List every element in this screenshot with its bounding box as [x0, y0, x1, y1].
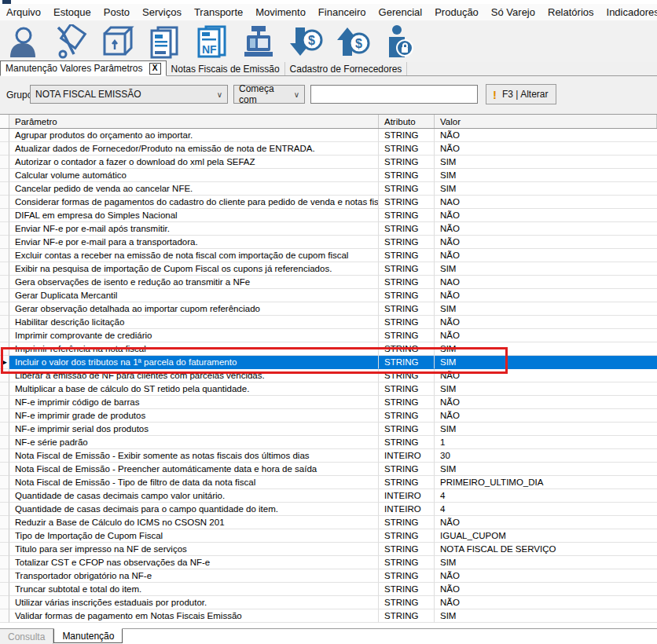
table-row[interactable]: NF-e imprimir código de barrasSTRINGNÃO — [0, 396, 657, 409]
table-row[interactable]: Multiplicar a base de cálculo do ST reti… — [0, 382, 657, 396]
menu-item-relatorios[interactable]: Relatórios — [541, 5, 600, 20]
table-row[interactable]: Considerar formas de pagamentos do cadas… — [0, 196, 657, 209]
menu-item-arquivo[interactable]: Arquivo — [0, 5, 47, 20]
table-row[interactable]: DIFAL em empresa do Simples NacionalSTRI… — [0, 209, 657, 222]
table-row[interactable]: Enviar NF-e por e-mail para a transporta… — [0, 236, 657, 249]
cell-atributo: STRING — [379, 409, 435, 423]
table-row[interactable]: Truncar subtotal e total do item.STRINGN… — [0, 583, 657, 596]
tab-notas-fiscais-de-emissao[interactable]: Notas Fiscais de Emissão — [167, 62, 285, 75]
row-gutter — [0, 609, 9, 623]
row-gutter — [0, 289, 9, 302]
tab-cadastro-de-fornecedores[interactable]: Cadastro de Fornecedores — [285, 62, 408, 75]
cell-atributo: STRING — [379, 436, 435, 449]
menu-item-transporte[interactable]: Transporte — [188, 5, 249, 20]
cell-atributo: STRING — [379, 169, 435, 182]
cell-atributo: STRING — [379, 476, 435, 489]
table-row[interactable]: Autorizar o contador a fazer o download … — [0, 156, 657, 169]
match-mode-select[interactable]: Começa com ∨ — [233, 85, 305, 104]
f3-alterar-button[interactable]: ! F3 | Alterar — [486, 84, 556, 104]
table-row[interactable]: Titulo para ser impresso na NF de serviç… — [0, 543, 657, 556]
table-row[interactable]: Gerar observação detalhada ao importar c… — [0, 302, 657, 316]
table-row[interactable]: Quantidade de casas decimais campo valor… — [0, 489, 657, 503]
table-row[interactable]: Gerar Duplicata MercantilSTRINGNÃO — [0, 289, 657, 302]
column-header-valor[interactable]: Valor — [435, 115, 657, 128]
tab-consulta[interactable]: Consulta — [0, 629, 53, 644]
table-row[interactable]: Nota Fiscal de Emissão - Exibir somente … — [0, 449, 657, 463]
table-row[interactable]: Agrupar produtos do orçamento ao importa… — [0, 129, 657, 142]
table-row[interactable]: Validar formas de pagamento em Notas Fis… — [0, 609, 657, 623]
menu-item-servicos[interactable]: Serviços — [136, 5, 188, 20]
row-gutter — [0, 276, 9, 289]
menu-item-gerencial[interactable]: Gerencial — [373, 5, 429, 20]
table-row[interactable]: Reduzir a Base de Cálculo do ICMS no CSO… — [0, 516, 657, 529]
table-row[interactable]: NF-e imprimir serial dos produtosSTRINGS… — [0, 423, 657, 436]
user-lock-icon[interactable] — [380, 23, 420, 60]
cell-valor: NÃO — [435, 516, 657, 529]
package-icon[interactable] — [97, 23, 137, 60]
cell-atributo: STRING — [379, 209, 435, 222]
cell-valor: SIM — [435, 609, 657, 623]
tab-label: Manutenção Valores Parâmetros — [6, 63, 143, 74]
table-row[interactable]: Tipo de Importação de Cupom FiscalSTRING… — [0, 529, 657, 543]
tab-manutencao[interactable]: Manutenção — [53, 628, 123, 643]
row-gutter — [0, 182, 9, 196]
row-gutter — [0, 329, 9, 342]
cell-parametro: Autorizar o contador a fazer o download … — [9, 156, 379, 169]
cell-parametro: Totalizar CST e CFOP nas observações da … — [9, 556, 379, 569]
money-in-icon[interactable]: $ — [333, 23, 373, 60]
customer-icon[interactable] — [3, 23, 42, 60]
table-row[interactable]: Utilizar várias inscrições estaduais por… — [0, 596, 657, 609]
svg-text:NF: NF — [202, 43, 217, 56]
close-tab-icon[interactable]: X — [149, 63, 161, 75]
menu-item-posto[interactable]: Posto — [97, 5, 136, 20]
tab-manutencao-valores-parametros[interactable]: Manutenção Valores Parâmetros X — [0, 60, 167, 76]
row-gutter — [0, 529, 9, 543]
cash-register-icon[interactable] — [239, 23, 278, 60]
table-row[interactable]: Imprimir comprovante de crediárioSTRINGN… — [0, 329, 657, 342]
cell-atributo: STRING — [379, 302, 435, 316]
column-header-parametro[interactable]: Parâmetro — [9, 115, 379, 128]
nf-document-icon[interactable]: NF — [192, 23, 231, 60]
cell-valor: SIM — [435, 382, 657, 396]
table-row[interactable]: Exibir na pesquisa de importação de Cupo… — [0, 262, 657, 276]
table-row[interactable]: Atualizar dados de Fornecedor/Produto na… — [0, 142, 657, 156]
table-row[interactable]: Quantidade de casas decimais para o camp… — [0, 503, 657, 516]
table-row[interactable]: NF-e série padrãoSTRING1 — [0, 436, 657, 449]
table-row[interactable]: Cancelar pedido de venda ao cancelar NFE… — [0, 182, 657, 196]
table-row[interactable]: Calcular volume automáticoSTRINGSIM — [0, 169, 657, 182]
menu-item-producao[interactable]: Produção — [428, 5, 485, 20]
row-gutter — [0, 209, 9, 222]
table-row[interactable]: Nota Fiscal de Emissão - Preencher autom… — [0, 463, 657, 476]
menu-item-so-varejo[interactable]: Só Varejo — [485, 5, 541, 20]
cell-valor: NÃO — [435, 142, 657, 156]
menu-item-estoque[interactable]: Estoque — [47, 5, 97, 20]
invoice-icon[interactable] — [145, 23, 184, 60]
table-row[interactable]: Transportador obrigatório na NF-eSTRINGN… — [0, 569, 657, 583]
menu-item-financeiro[interactable]: Financeiro — [312, 5, 373, 20]
table-row[interactable]: Habilitar descrição licitaçãoSTRINGNÃO — [0, 316, 657, 329]
column-header-atributo[interactable]: Atributo — [379, 115, 435, 128]
group-select[interactable]: NOTA FISCAL EMISSÃO ∨ — [30, 85, 228, 104]
menu-item-movimento[interactable]: Movimento — [249, 5, 312, 20]
cell-parametro: Multiplicar a base de cálculo do ST reti… — [9, 382, 379, 396]
table-row[interactable]: Enviar NF-e por e-mail após transmitir.S… — [0, 222, 657, 236]
handtruck-icon[interactable] — [50, 23, 90, 60]
cell-atributo: STRING — [379, 156, 435, 169]
cell-atributo: STRING — [379, 276, 435, 289]
table-row[interactable]: Excluir contas a receber na emissão de n… — [0, 249, 657, 262]
table-row[interactable]: Gera observações de isento e redução ao … — [0, 276, 657, 289]
table-row[interactable]: NF-e imprimir grade de produtosSTRINGNÃO — [0, 409, 657, 423]
row-gutter — [0, 342, 9, 356]
table-row[interactable]: Nota Fiscal de Emissão - Tipo de filtro … — [0, 476, 657, 489]
menu-item-indicadores[interactable]: Indicadores — [600, 5, 657, 20]
money-out-icon[interactable]: $ — [286, 23, 325, 60]
table-row[interactable]: Imprimir referência na nota fiscalSTRING… — [0, 342, 657, 356]
cell-valor: SIM — [435, 302, 657, 316]
cell-valor: SIM — [435, 463, 657, 476]
search-input[interactable] — [310, 85, 478, 104]
table-row[interactable]: Liberar a emissão de NF para clientes co… — [0, 369, 657, 382]
cell-atributo: STRING — [379, 289, 435, 302]
table-row[interactable]: ▶Incluir o valor dos tributos na 1ª parc… — [0, 356, 657, 369]
cell-parametro: Calcular volume automático — [9, 169, 379, 182]
table-row[interactable]: Totalizar CST e CFOP nas observações da … — [0, 556, 657, 569]
